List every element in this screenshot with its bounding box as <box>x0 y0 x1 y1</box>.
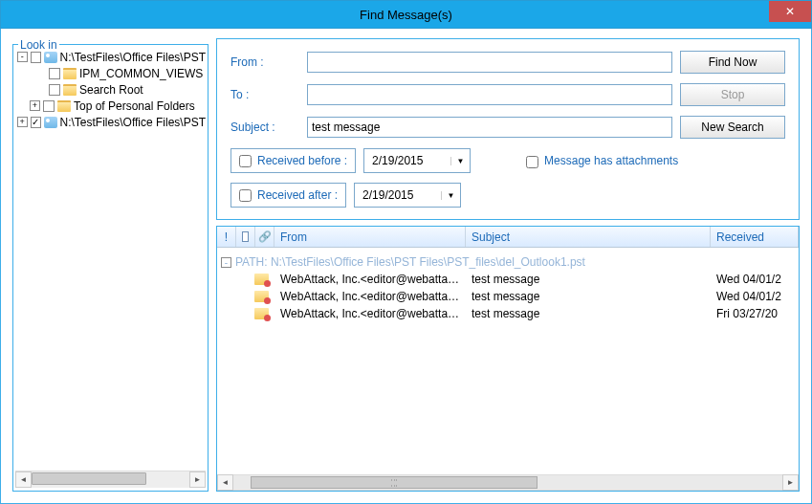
close-button[interactable]: ✕ <box>769 1 811 22</box>
received-before-checkbox[interactable] <box>239 155 252 167</box>
received-before-value: 2/19/2015 <box>372 154 423 167</box>
results-path-label: PATH: N:\TestFiles\Office Files\PST File… <box>235 255 585 269</box>
pst-tree[interactable]: - N:\TestFiles\Office Files\PST IPM_COMM… <box>15 49 206 471</box>
result-row[interactable]: WebAttack, Inc.<editor@webattack.c... te… <box>217 271 799 288</box>
path-collapse-button[interactable]: - <box>221 257 231 268</box>
results-horizontal-scrollbar[interactable]: ◄ ► <box>217 474 799 491</box>
subject-input[interactable] <box>307 117 672 138</box>
cell-from: WebAttack, Inc.<editor@webattack.c... <box>274 290 466 303</box>
scroll-track[interactable] <box>32 471 189 488</box>
cell-from: WebAttack, Inc.<editor@webattack.c... <box>274 273 466 286</box>
result-row[interactable]: WebAttack, Inc.<editor@webattack.c... te… <box>217 305 799 322</box>
cell-subject: test message <box>466 307 711 320</box>
to-input[interactable] <box>307 84 672 105</box>
received-after-group: Received after : <box>230 183 346 208</box>
find-now-button[interactable]: Find Now <box>680 51 785 74</box>
tree-checkbox[interactable] <box>31 117 42 128</box>
search-criteria-box: From : Find Now To : Stop Subject : New … <box>216 38 800 220</box>
page-icon <box>242 231 249 242</box>
priority-icon: ! <box>225 230 228 244</box>
cell-subject: test message <box>466 273 711 286</box>
column-type[interactable] <box>236 227 255 247</box>
received-after-date-dropdown[interactable]: 2/19/2015 ▼ <box>354 183 461 208</box>
received-after-label: Received after : <box>257 188 338 202</box>
results-box: ! 🔗 From Subject Received - PATH: N:\Tes… <box>216 226 800 492</box>
look-in-label: Look in <box>18 38 59 52</box>
subject-label: Subject : <box>230 121 299 134</box>
window-title: Find Message(s) <box>1 8 811 22</box>
look-in-panel: Look in - N:\TestFiles\Office Files\PST <box>12 38 208 492</box>
window-body: Look in - N:\TestFiles\Office Files\PST <box>0 29 812 504</box>
scroll-right-button[interactable]: ► <box>782 474 799 491</box>
column-from[interactable]: From <box>274 227 466 247</box>
right-panel: From : Find Now To : Stop Subject : New … <box>216 38 800 492</box>
cell-subject: test message <box>466 290 711 303</box>
column-priority[interactable]: ! <box>217 227 236 247</box>
tree-row[interactable]: Search Root <box>15 81 206 98</box>
tree-checkbox[interactable] <box>43 100 55 112</box>
tree-row[interactable]: IPM_COMMON_VIEWS <box>15 65 206 81</box>
to-label: To : <box>230 88 299 101</box>
tree-expander-placeholder <box>35 68 46 78</box>
from-label: From : <box>230 55 299 69</box>
attachments-checkbox-group[interactable]: Message has attachments <box>526 154 678 167</box>
titlebar[interactable]: Find Message(s) ✕ <box>0 0 812 29</box>
mail-icon <box>254 291 269 302</box>
scroll-left-button[interactable]: ◄ <box>15 471 32 488</box>
tree-expander[interactable]: + <box>30 100 40 111</box>
results-body[interactable]: - PATH: N:\TestFiles\Office Files\PST Fi… <box>217 248 799 474</box>
received-after-checkbox[interactable] <box>239 189 252 202</box>
column-subject[interactable]: Subject <box>466 227 711 247</box>
pst-file-icon <box>44 117 56 128</box>
attachments-label: Message has attachments <box>544 154 678 167</box>
tree-checkbox[interactable] <box>31 52 42 63</box>
scroll-thumb[interactable] <box>32 472 146 485</box>
attachments-checkbox[interactable] <box>526 156 538 168</box>
scroll-thumb[interactable] <box>251 476 538 489</box>
results-path-row[interactable]: - PATH: N:\TestFiles\Office Files\PST Fi… <box>217 253 799 271</box>
close-icon: ✕ <box>785 5 795 18</box>
scroll-left-button[interactable]: ◄ <box>217 474 233 491</box>
tree-label: N:\TestFiles\Office Files\PST <box>60 51 206 64</box>
scroll-track[interactable] <box>233 474 782 491</box>
folder-icon <box>63 84 77 96</box>
tree-label: N:\TestFiles\Office Files\PST <box>60 116 206 129</box>
result-row[interactable]: WebAttack, Inc.<editor@webattack.c... te… <box>217 288 799 305</box>
tree-checkbox[interactable] <box>49 68 60 79</box>
column-attachment[interactable]: 🔗 <box>255 227 274 247</box>
tree-expander[interactable]: - <box>17 52 28 62</box>
tree-label: IPM_COMMON_VIEWS <box>79 67 203 80</box>
cell-received: Wed 04/01/2 <box>711 273 799 286</box>
folder-icon <box>57 100 71 112</box>
new-search-button[interactable]: New Search <box>680 116 785 139</box>
tree-row[interactable]: + N:\TestFiles\Office Files\PST <box>15 114 206 130</box>
tree-row[interactable]: + Top of Personal Folders <box>15 98 206 114</box>
tree-expander[interactable]: + <box>17 117 28 127</box>
tree-expander-placeholder <box>35 84 46 95</box>
scroll-right-button[interactable]: ► <box>189 471 206 488</box>
tree-label: Search Root <box>79 83 143 97</box>
cell-received: Wed 04/01/2 <box>711 290 799 303</box>
tree-container: - N:\TestFiles\Office Files\PST IPM_COMM… <box>12 44 208 492</box>
received-after-value: 2/19/2015 <box>362 188 413 202</box>
dropdown-arrow-icon: ▼ <box>441 191 456 200</box>
tree-label: Top of Personal Folders <box>74 99 195 113</box>
tree-checkbox[interactable] <box>49 84 60 96</box>
cell-from: WebAttack, Inc.<editor@webattack.c... <box>274 307 466 320</box>
mail-icon <box>254 308 269 319</box>
cell-received: Fri 03/27/20 <box>711 307 799 320</box>
received-before-label: Received before : <box>257 154 347 167</box>
paperclip-icon: 🔗 <box>258 230 272 243</box>
column-received[interactable]: Received <box>711 227 799 247</box>
received-before-group: Received before : <box>230 148 356 173</box>
stop-button[interactable]: Stop <box>680 83 785 106</box>
pst-file-icon <box>44 52 56 63</box>
folder-icon <box>63 68 77 79</box>
from-input[interactable] <box>307 52 672 73</box>
results-header: ! 🔗 From Subject Received <box>217 227 799 248</box>
received-before-date-dropdown[interactable]: 2/19/2015 ▼ <box>363 148 471 173</box>
mail-icon <box>254 274 269 285</box>
tree-horizontal-scrollbar[interactable]: ◄ ► <box>15 471 206 487</box>
dropdown-arrow-icon: ▼ <box>450 157 466 165</box>
